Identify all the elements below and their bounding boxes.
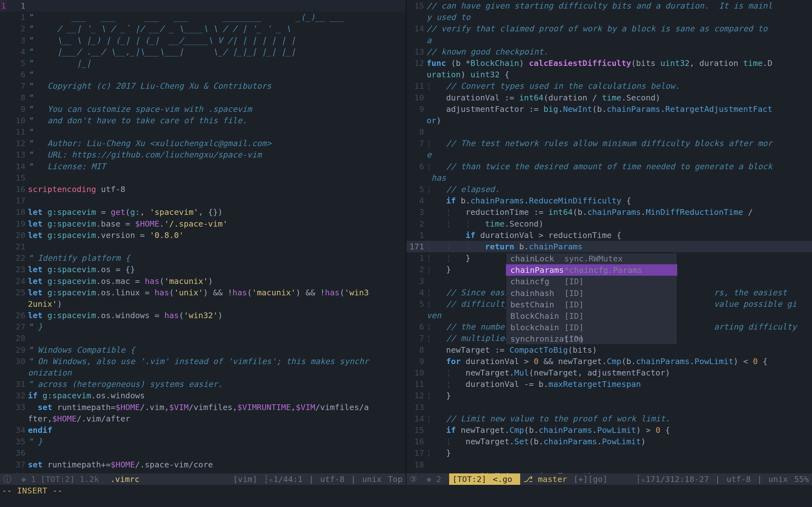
- code-row[interactable]: onization: [0, 367, 406, 378]
- status-filename-left: .vimrc: [102, 473, 148, 485]
- completion-item[interactable]: synchronization [ID]: [506, 333, 677, 344]
- code-row[interactable]: 10" and don't have to take care of this …: [0, 115, 406, 126]
- code-row[interactable]: 15: [0, 172, 406, 183]
- command-line[interactable]: -- INSERT --: [0, 485, 812, 496]
- code-row[interactable]: 8": [0, 92, 406, 103]
- left-pane: 11 1" ___ ___ ___ ___ ________ _(_)__ __…: [0, 0, 406, 485]
- code-row[interactable]: 12" Author: Liu-Cheng Xu <xuliuchengxlc@…: [0, 137, 406, 149]
- code-row[interactable]: e: [406, 149, 812, 160]
- code-row[interactable]: 38: [0, 470, 406, 473]
- code-row[interactable]: 30" On Windows, also use '.vim' instead …: [0, 355, 406, 367]
- code-row[interactable]: 16 ¦ newTarget.Set(b.chainParams.PowLimi…: [406, 436, 812, 447]
- code-row[interactable]: 23let g:spacevim.os = {}: [0, 264, 406, 275]
- status-filetype-left: [vim]: [230, 473, 260, 485]
- code-row[interactable]: 10 durationVal := int64(duration / time.…: [406, 92, 812, 103]
- code-row[interactable]: 171¦ ¦ ¦ return b.chainParams: [406, 241, 812, 252]
- code-row[interactable]: 8 newTarget := CompactToBig(bits): [406, 344, 812, 355]
- completion-item[interactable]: bestChain [ID]: [506, 299, 677, 310]
- left-status-line: ⓘ ❖ 1 [TOT:2] 1.2k .vimrc [vim] ┆ₙ1/44:1…: [0, 473, 406, 485]
- code-row[interactable]: 18: [406, 459, 812, 470]
- code-row[interactable]: 32if g:spacevim.os.windows: [0, 390, 406, 401]
- code-row[interactable]: 36: [0, 447, 406, 458]
- code-row[interactable]: 1" ___ ___ ___ ___ ________ _(_)__ ___: [0, 11, 406, 23]
- code-row[interactable]: 4" |___/ .__/ \__,_|\___\___| \_/ |_|_| …: [0, 46, 406, 57]
- code-row[interactable]: 8: [406, 126, 812, 137]
- code-row[interactable]: 37set runtimepath+=$HOME/.space-vim/core: [0, 459, 406, 470]
- status-enc-left: utf-8: [317, 473, 348, 485]
- code-row[interactable]: 2unix'): [0, 298, 406, 309]
- completion-item[interactable]: chainLock sync.RWMutex: [506, 253, 677, 264]
- completion-item[interactable]: blockchain [ID]: [506, 322, 677, 333]
- code-row[interactable]: 13" URL: https://github.com/liuchengxu/s…: [0, 149, 406, 160]
- code-row[interactable]: y used to: [406, 11, 812, 23]
- branch-icon: ⎇: [523, 474, 538, 484]
- code-row[interactable]: 2" / __| '_ \ / _` |/ __/ _ \____\ \ / /…: [0, 23, 406, 34]
- code-row[interactable]: 3" \__ \ |_) | (_| | (_| __/_____\ V /| …: [0, 35, 406, 46]
- code-row[interactable]: has: [406, 172, 812, 183]
- code-row[interactable]: 3 ¦ reductionTime := int64(b.chainParams…: [406, 206, 812, 218]
- code-row[interactable]: or): [406, 115, 812, 126]
- completion-item[interactable]: chainParams *chaincfg.Params: [506, 264, 677, 276]
- code-row[interactable]: 14¦ // Limit new value to the proof of w…: [406, 413, 812, 424]
- code-row[interactable]: 13: [406, 401, 812, 413]
- code-row[interactable]: fter,$HOME/.vim/after: [0, 413, 406, 424]
- code-row[interactable]: 26let g:spacevim.os.windows = has('win32…: [0, 309, 406, 321]
- code-row[interactable]: 20let g:spacevim.version = '0.8.0': [0, 229, 406, 241]
- code-row[interactable]: 24let g:spacevim.os.mac = has('macunix'): [0, 275, 406, 287]
- code-row[interactable]: 2 ¦ ¦ time.Second): [406, 218, 812, 229]
- code-row[interactable]: 11": [0, 126, 406, 137]
- code-row[interactable]: 11 ¦ durationVal -= b.maxRetargetTimespa…: [406, 378, 812, 390]
- code-row[interactable]: 6": [0, 69, 406, 80]
- completion-item[interactable]: chainhash [ID]: [506, 287, 677, 299]
- code-row[interactable]: 4 if b.chainParams.ReduceMinDifficulty {: [406, 195, 812, 206]
- code-row[interactable]: 28: [0, 332, 406, 344]
- code-row[interactable]: 5" |_|: [0, 57, 406, 69]
- code-row[interactable]: 22" Identify platform {: [0, 252, 406, 264]
- code-row[interactable]: 9 for durationVal > 0 && newTarget.Cmp(b…: [406, 355, 812, 367]
- code-row[interactable]: 17: [0, 195, 406, 206]
- code-row[interactable]: 5¦ // elapsed.: [406, 183, 812, 195]
- code-row[interactable]: 6¦ // than twice the desired amount of t…: [406, 161, 812, 172]
- code-row[interactable]: 27" }: [0, 321, 406, 332]
- right-code-body[interactable]: 15// can have given starting difficulty …: [406, 0, 812, 473]
- code-row[interactable]: 21: [0, 241, 406, 252]
- code-row[interactable]: 35" }: [0, 436, 406, 447]
- code-row[interactable]: uration) uint32 {: [406, 69, 812, 80]
- code-row[interactable]: 34endif: [0, 424, 406, 436]
- code-row[interactable]: 7" Copyright (c) 2017 Liu-Cheng Xu & Con…: [0, 80, 406, 92]
- status-leader-right: ③ ❖ 2: [406, 473, 449, 485]
- code-row[interactable]: 29" Windows Compatible {: [0, 344, 406, 355]
- code-row[interactable]: 11: [0, 0, 406, 11]
- code-row[interactable]: 13// known good checkpoint.: [406, 46, 812, 57]
- status-ff-right: unix: [765, 473, 791, 485]
- code-row[interactable]: 25let g:spacevim.os.linux = has('unix') …: [0, 287, 406, 298]
- status-pos-right: ┆ₙ171/312:18-27: [633, 473, 712, 485]
- code-row[interactable]: a: [406, 35, 812, 46]
- completion-popup[interactable]: chainLock sync.RWMutexchainParams *chain…: [506, 253, 677, 345]
- right-status-line: ③ ❖ 2 [TOT:2] <.go ⎇ master [+][go] ┆ₙ17…: [406, 473, 812, 485]
- code-row[interactable]: 19 return BigToCompact(newTarget): [406, 470, 812, 473]
- code-row[interactable]: 31" across (heterogeneous) systems easie…: [0, 378, 406, 390]
- code-row[interactable]: 12¦ }: [406, 390, 812, 401]
- code-row[interactable]: 11¦ // Convert types used in the calcula…: [406, 80, 812, 92]
- status-tot-right: [TOT:2]: [449, 473, 490, 485]
- code-row[interactable]: 7¦ // The test network rules allow minim…: [406, 137, 812, 149]
- code-row[interactable]: 9" You can customize space-vim with .spa…: [0, 103, 406, 115]
- completion-item[interactable]: chaincfg [ID]: [506, 276, 677, 287]
- code-row[interactable]: 14// verify that claimed proof of work b…: [406, 23, 812, 34]
- code-row[interactable]: 15// can have given starting difficulty …: [406, 0, 812, 11]
- left-code-body[interactable]: 11 1" ___ ___ ___ ___ ________ _(_)__ __…: [0, 0, 406, 473]
- code-row[interactable]: 17¦ }: [406, 447, 812, 458]
- code-row[interactable]: 9 adjustmentFactor := big.NewInt(b.chain…: [406, 103, 812, 115]
- status-ff-left: unix: [359, 473, 385, 485]
- code-row[interactable]: 33 set runtimepath=$HOME/.vim,$VIM/vimfi…: [0, 401, 406, 413]
- code-row[interactable]: 16scriptencoding utf-8: [0, 183, 406, 195]
- completion-item[interactable]: BlockChain [ID]: [506, 310, 677, 322]
- code-row[interactable]: 1 if durationVal > reductionTime {: [406, 229, 812, 241]
- code-row[interactable]: 18let g:spacevim = get(g:, 'spacevim', {…: [0, 206, 406, 218]
- code-row[interactable]: 10 ¦ newTarget.Mul(newTarget, adjustment…: [406, 367, 812, 378]
- code-row[interactable]: 15 if newTarget.Cmp(b.chainParams.PowLim…: [406, 424, 812, 436]
- code-row[interactable]: 14" License: MIT: [0, 161, 406, 172]
- code-row[interactable]: 12func (b *BlockChain) calcEasiestDiffic…: [406, 57, 812, 69]
- code-row[interactable]: 19let g:spacevim.base = $HOME.'/.space-v…: [0, 218, 406, 229]
